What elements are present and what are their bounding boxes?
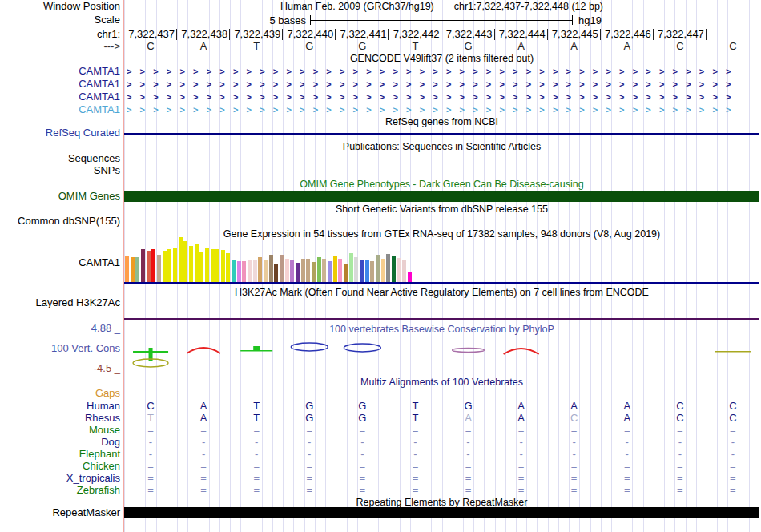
gencode-gene-row[interactable]: CAMTA1>>>>>>>>>>>>>>>>>>>>>>>>>>>>>>>>>>… — [0, 103, 761, 116]
ruler-tick-label: 7,322,444 — [495, 29, 548, 40]
alignment-cell: G — [283, 412, 336, 424]
multiz-row-zebrafish: Zebrafish============ — [0, 484, 761, 496]
base-letter: T — [230, 41, 283, 52]
h3k27ac-track-title: H3K27Ac Mark (Often Found Near Active Re… — [124, 287, 759, 298]
ruler-tick-label: 7,322,440 — [283, 29, 336, 40]
repeatmasker-element-bar[interactable] — [124, 507, 759, 518]
refseq-gene-line[interactable] — [124, 133, 759, 135]
ruler-tick-label: 7,322,446 — [601, 29, 654, 40]
gene-label[interactable]: CAMTA1 — [0, 65, 120, 78]
gene-label[interactable]: CAMTA1 — [0, 91, 120, 103]
gene-direction-arrows: >>>>>>>>>>>>>>>>>>>>>>>>>>>>>>>>>>>>>>>>… — [124, 78, 759, 91]
species-label[interactable]: Chicken — [0, 460, 120, 472]
gtex-tissue-bar — [301, 259, 305, 282]
alignment-cell: C — [707, 400, 759, 412]
alignment-cell: C — [654, 400, 707, 412]
alignment-cell: = — [283, 472, 336, 484]
gtex-tissue-bar — [328, 261, 332, 282]
alignment-cells: ============ — [124, 484, 759, 496]
alignment-cells: ============ — [124, 424, 759, 436]
alignment-cell: - — [548, 436, 601, 448]
alignment-cell: - — [495, 436, 548, 448]
gtex-tissue-bar — [360, 260, 364, 282]
species-label[interactable]: X_tropicalis — [0, 472, 120, 484]
gencode-gene-row[interactable]: CAMTA1>>>>>>>>>>>>>>>>>>>>>>>>>>>>>>>>>>… — [0, 65, 761, 78]
omim-track-title: OMIM Gene Phenotypes - Dark Green Can Be… — [124, 179, 759, 190]
sequences-track-label[interactable]: Sequences — [0, 153, 120, 164]
alignment-cell: = — [389, 424, 441, 436]
species-label[interactable]: Mouse — [0, 424, 120, 436]
alignment-cell: = — [336, 424, 389, 436]
gtex-tissue-bar — [141, 249, 145, 282]
alignment-cell: A — [177, 400, 230, 412]
refseq-curated-label[interactable]: RefSeq Curated — [0, 127, 120, 139]
omim-genes-label[interactable]: OMIM Genes — [0, 191, 120, 202]
alignment-cell: - — [654, 448, 707, 460]
snps-track-label[interactable]: SNPs — [0, 165, 120, 176]
gtex-tissue-bar — [189, 246, 193, 282]
alignment-cell: = — [124, 472, 177, 484]
alignment-cell: = — [601, 472, 654, 484]
gencode-gene-row[interactable]: CAMTA1>>>>>>>>>>>>>>>>>>>>>>>>>>>>>>>>>>… — [0, 91, 761, 103]
alignment-cell: T — [230, 400, 283, 412]
vert-cons-label[interactable]: 100 Vert. Cons — [0, 343, 120, 354]
multiz-row-x_tropicalis: X_tropicalis============ — [0, 472, 761, 484]
gencode-gene-row[interactable]: CAMTA1>>>>>>>>>>>>>>>>>>>>>>>>>>>>>>>>>>… — [0, 78, 761, 91]
alignment-cell: = — [548, 424, 601, 436]
gtex-expression-barchart[interactable] — [125, 237, 759, 282]
species-label[interactable]: Zebrafish — [0, 484, 120, 496]
alignment-cell: - — [177, 448, 230, 460]
base-letter: G — [336, 41, 389, 52]
alignment-cell: = — [389, 460, 441, 472]
alignment-cell: - — [601, 448, 654, 460]
alignment-cell: T — [389, 412, 441, 424]
alignment-cell: = — [707, 460, 759, 472]
alignment-cell: = — [601, 460, 654, 472]
scale-assembly-label: hg19 — [578, 14, 602, 26]
ruler-tick-label: 7,322,441 — [336, 29, 389, 40]
refseq-track-title: RefSeq genes from NCBI — [124, 116, 759, 127]
base-letter: C — [124, 41, 177, 52]
gtex-tissue-bar — [232, 260, 236, 282]
alignment-cell: = — [654, 424, 707, 436]
alignment-cell: = — [177, 472, 230, 484]
alignment-cell: = — [124, 484, 177, 496]
repeatmasker-label[interactable]: RepeatMasker — [0, 507, 120, 518]
genome-browser-tracks-image[interactable]: Window Position Human Feb. 2009 (GRCh37/… — [0, 0, 761, 532]
gtex-tissue-bar — [195, 244, 199, 282]
species-label[interactable]: Rhesus — [0, 412, 120, 424]
species-label[interactable]: Dog — [0, 436, 120, 448]
gene-label[interactable]: CAMTA1 — [0, 78, 120, 91]
layered-h3k27ac-label[interactable]: Layered H3K27Ac — [0, 297, 120, 308]
alignment-cell: = — [230, 460, 283, 472]
alignment-cell: - — [389, 436, 441, 448]
species-label[interactable]: Human — [0, 400, 120, 412]
gtex-tissue-bar — [285, 259, 289, 282]
gencode-track-title: GENCODE V49lift37 (2 items filtered out) — [124, 53, 759, 64]
alignment-cell: - — [336, 436, 389, 448]
gtex-tissue-bar — [370, 261, 374, 282]
alignment-cell: = — [654, 460, 707, 472]
alignment-cells: CATGGTGAAACC — [124, 400, 759, 412]
alignment-cell: - — [230, 436, 283, 448]
alignment-cell: - — [707, 448, 759, 460]
scale-bar-line — [310, 20, 573, 21]
gtex-tissue-bar — [248, 260, 252, 282]
alignment-cell: = — [495, 460, 548, 472]
alignment-cell: A — [177, 412, 230, 424]
alignment-cell: = — [441, 424, 494, 436]
multiz-track-title: Multiz Alignments of 100 Vertebrates — [124, 377, 759, 388]
base-letter: A — [177, 41, 230, 52]
species-label[interactable]: Elephant — [0, 448, 120, 460]
gaps-row-label[interactable]: Gaps — [0, 388, 120, 399]
omim-gene-bar[interactable] — [124, 191, 759, 202]
alignment-cell: = — [495, 424, 548, 436]
gtex-tissue-bar — [386, 254, 390, 282]
gtex-gene-label[interactable]: CAMTA1 — [0, 257, 120, 268]
gene-label[interactable]: CAMTA1 — [0, 103, 120, 116]
common-dbsnp-label[interactable]: Common dbSNP(155) — [0, 216, 120, 227]
gtex-tissue-bar — [211, 249, 215, 282]
assembly-title: Human Feb. 2009 (GRCh37/hg19) — [280, 1, 434, 12]
alignment-cell: = — [230, 424, 283, 436]
alignment-cell: = — [283, 484, 336, 496]
